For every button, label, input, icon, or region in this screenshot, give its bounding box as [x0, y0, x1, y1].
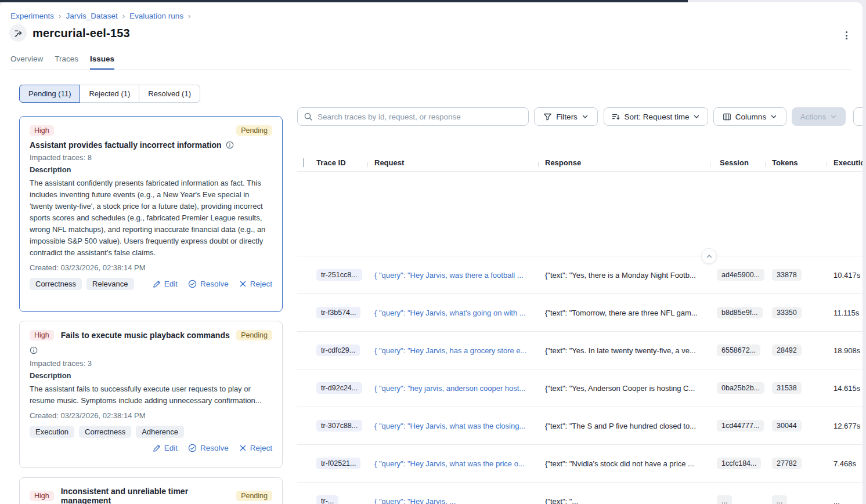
x-icon	[239, 280, 247, 288]
overflow-menu-button[interactable]	[839, 28, 853, 42]
tab-traces[interactable]: Traces	[55, 55, 78, 70]
created-timestamp: Created: 03/23/2026, 02:38:14 PM	[30, 411, 272, 420]
request-cell[interactable]: { "query": "Hey Jarvis, was there a foot…	[367, 271, 538, 280]
trace-id-chip[interactable]: tr-d92c24...	[316, 382, 362, 394]
tokens-chip: 27782	[772, 458, 802, 469]
search-box[interactable]	[297, 107, 529, 126]
table-row[interactable]: tr-... { "query": "Hey Jarvis, ... {"tex…	[297, 483, 863, 504]
issue-card[interactable]: High Inconsistent and unreliable timer m…	[19, 477, 283, 504]
table-row[interactable]: tr-d92c24... { "query": "hey jarvis, and…	[297, 369, 863, 407]
info-icon[interactable]	[226, 141, 234, 149]
info-icon[interactable]	[30, 346, 38, 354]
col-header-session[interactable]: Session	[710, 158, 765, 167]
request-cell[interactable]: { "query": "Hey Jarvis, has a grocery st…	[367, 346, 538, 355]
tokens-chip: 30044	[772, 420, 802, 432]
reject-button[interactable]: Reject	[239, 444, 272, 452]
filter-rejected-button[interactable]: Rejected (1)	[80, 85, 139, 103]
tag-correctness: Correctness	[79, 426, 131, 438]
trace-id-chip[interactable]: tr-cdfc29...	[316, 345, 360, 356]
tokens-chip: 28492	[772, 345, 802, 356]
table-row[interactable]: tr-307c88... { "query": "Hey Jarvis, wha…	[297, 407, 863, 445]
select-all-checkbox[interactable]	[303, 158, 304, 167]
trace-id-chip[interactable]: tr-f02521...	[316, 458, 360, 469]
trace-id-chip[interactable]: tr-307c88...	[316, 420, 362, 432]
filters-button[interactable]: Filters	[534, 107, 598, 126]
tag-relevance: Relevance	[86, 278, 133, 290]
filter-pending-button[interactable]: Pending (11)	[19, 85, 80, 103]
breadcrumb-dataset[interactable]: Jarvis_Dataset	[66, 12, 117, 20]
page-title: mercurial-eel-153	[33, 27, 130, 40]
response-cell: {"text": "...	[538, 497, 710, 504]
edit-button[interactable]: Edit	[153, 444, 178, 452]
clipped-toolbar-button[interactable]	[853, 107, 863, 126]
pencil-icon	[153, 444, 161, 452]
actions-button[interactable]: Actions	[792, 107, 846, 126]
table-row[interactable]: tr-f02521... { "query": "Hey Jarvis, wha…	[297, 445, 863, 483]
request-cell[interactable]: { "query": "Hey Jarvis, what was the pri…	[367, 459, 538, 468]
impacted-traces: Impacted traces: 3	[30, 359, 272, 368]
col-header-tokens[interactable]: Tokens	[765, 158, 827, 167]
columns-button[interactable]: Columns	[713, 107, 786, 126]
funnel-icon	[543, 113, 552, 121]
session-chip[interactable]: 0ba25b2b...	[717, 382, 764, 394]
execution-time-cell: 11.115s	[827, 309, 863, 317]
table-row[interactable]: tr-f3b574... { "query": "Hey Jarvis, wha…	[297, 294, 863, 332]
session-chip[interactable]: 6558672...	[717, 345, 760, 356]
chevron-down-icon	[693, 113, 700, 120]
col-header-trace-id[interactable]: Trace ID	[316, 158, 367, 167]
trace-id-chip[interactable]: tr-...	[316, 495, 338, 504]
reject-button[interactable]: Reject	[239, 280, 272, 288]
run-icon	[9, 24, 27, 42]
severity-badge: High	[30, 330, 54, 340]
execution-time-cell: 10.417s	[827, 271, 863, 280]
description-label: Description	[30, 371, 272, 380]
issue-card[interactable]: High Pending Assistant provides factuall…	[19, 116, 283, 312]
execution-time-cell: ...	[827, 497, 863, 504]
edit-button[interactable]: Edit	[153, 280, 178, 288]
request-cell[interactable]: { "query": "Hey Jarvis, what was the clo…	[367, 422, 538, 430]
chevron-down-icon	[770, 113, 777, 120]
session-chip[interactable]: ...	[717, 495, 732, 504]
col-header-request[interactable]: Request	[367, 158, 538, 167]
session-chip[interactable]: 1cd44777...	[717, 420, 764, 432]
session-chip[interactable]: ad4e5900...	[717, 269, 764, 281]
execution-time-cell: 18.908s	[827, 346, 863, 355]
table-row[interactable]: tr-cdfc29... { "query": "Hey Jarvis, has…	[297, 332, 863, 369]
search-input[interactable]	[317, 113, 522, 121]
tab-issues[interactable]: Issues	[90, 55, 114, 70]
col-header-response[interactable]: Response	[538, 158, 710, 167]
execution-time-cell: 7.468s	[827, 459, 863, 468]
columns-icon	[723, 113, 731, 121]
request-cell[interactable]: { "query": "hey jarvis, anderson cooper …	[367, 384, 538, 393]
sort-icon	[612, 113, 620, 121]
response-cell: {"text": "Yes, there is a Monday Night F…	[538, 271, 710, 280]
tag-correctness: Correctness	[30, 278, 82, 290]
trace-id-chip[interactable]: tr-f3b574...	[316, 307, 360, 318]
breadcrumb-experiments[interactable]: Experiments	[10, 12, 54, 20]
resolve-button[interactable]: Resolve	[188, 444, 229, 452]
resolve-button[interactable]: Resolve	[188, 280, 229, 288]
description-text: The assistant fails to successfully exec…	[30, 383, 272, 407]
execution-time-cell: 14.615s	[827, 384, 863, 393]
session-chip[interactable]: b8d85e9f...	[717, 307, 763, 318]
search-icon	[304, 112, 313, 121]
request-cell[interactable]: { "query": "Hey Jarvis, what's going on …	[367, 309, 538, 317]
chevron-right-icon: ›	[122, 12, 125, 20]
breadcrumb: Experiments › Jarvis_Dataset › Evaluatio…	[10, 12, 190, 20]
traces-toolbar: Filters Sort: Request time Columns Actio…	[297, 107, 863, 126]
request-cell[interactable]: { "query": "Hey Jarvis, ...	[367, 497, 538, 504]
col-header-execution[interactable]: Execution time	[827, 158, 863, 167]
chevron-down-icon	[830, 113, 837, 120]
table-row[interactable]: tr-251cc8... { "query": "Hey Jarvis, was…	[297, 256, 863, 294]
tabs-divider	[10, 70, 851, 70]
sort-button[interactable]: Sort: Request time	[604, 107, 708, 126]
breadcrumb-evaluation-runs[interactable]: Evaluation runs	[129, 12, 183, 20]
tab-overview[interactable]: Overview	[10, 55, 43, 70]
session-chip[interactable]: 1ccfc184...	[717, 458, 761, 469]
filter-resolved-button[interactable]: Resolved (1)	[139, 85, 200, 103]
trace-id-chip[interactable]: tr-251cc8...	[316, 269, 362, 281]
collapse-button[interactable]	[701, 248, 717, 264]
issue-card[interactable]: High Fails to execute music playback com…	[19, 321, 283, 468]
description-label: Description	[30, 165, 272, 174]
response-cell: {"text": "The S and P five hundred close…	[538, 422, 710, 430]
